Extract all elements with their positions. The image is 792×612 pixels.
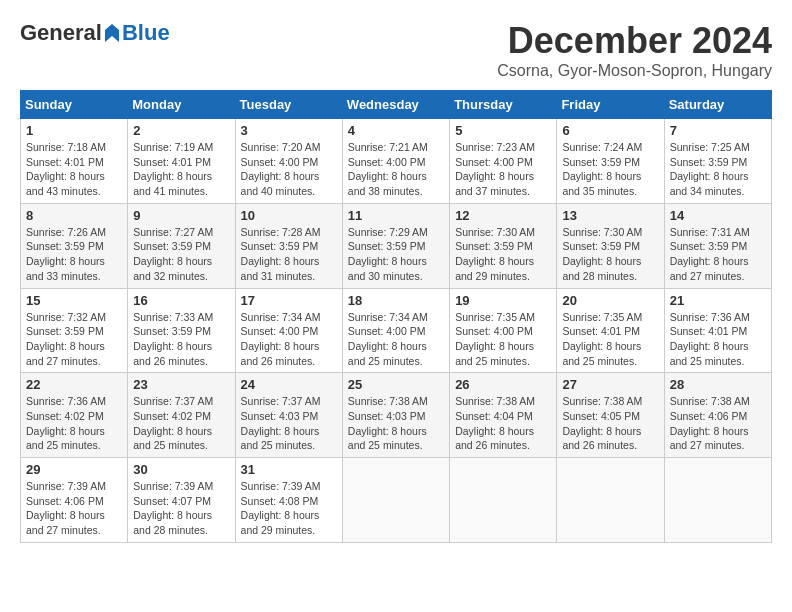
table-row: 5 Sunrise: 7:23 AMSunset: 4:00 PMDayligh… <box>450 119 557 204</box>
day-number: 6 <box>562 123 658 138</box>
calendar-row-3: 15 Sunrise: 7:32 AMSunset: 3:59 PMDaylig… <box>21 288 772 373</box>
day-number: 27 <box>562 377 658 392</box>
svg-marker-0 <box>105 24 119 42</box>
calendar-header-row: Sunday Monday Tuesday Wednesday Thursday… <box>21 91 772 119</box>
day-number: 24 <box>241 377 337 392</box>
table-row: 8 Sunrise: 7:26 AMSunset: 3:59 PMDayligh… <box>21 203 128 288</box>
day-info: Sunrise: 7:36 AMSunset: 4:02 PMDaylight:… <box>26 395 106 451</box>
day-info: Sunrise: 7:39 AMSunset: 4:06 PMDaylight:… <box>26 480 106 536</box>
day-number: 26 <box>455 377 551 392</box>
calendar-row-5: 29 Sunrise: 7:39 AMSunset: 4:06 PMDaylig… <box>21 458 772 543</box>
logo: GeneralBlue <box>20 20 170 46</box>
day-number: 21 <box>670 293 766 308</box>
day-info: Sunrise: 7:32 AMSunset: 3:59 PMDaylight:… <box>26 311 106 367</box>
col-thursday: Thursday <box>450 91 557 119</box>
day-number: 14 <box>670 208 766 223</box>
day-info: Sunrise: 7:20 AMSunset: 4:00 PMDaylight:… <box>241 141 321 197</box>
day-info: Sunrise: 7:35 AMSunset: 4:01 PMDaylight:… <box>562 311 642 367</box>
table-row: 7 Sunrise: 7:25 AMSunset: 3:59 PMDayligh… <box>664 119 771 204</box>
day-info: Sunrise: 7:23 AMSunset: 4:00 PMDaylight:… <box>455 141 535 197</box>
table-row: 21 Sunrise: 7:36 AMSunset: 4:01 PMDaylig… <box>664 288 771 373</box>
calendar-row-1: 1 Sunrise: 7:18 AMSunset: 4:01 PMDayligh… <box>21 119 772 204</box>
calendar-row-4: 22 Sunrise: 7:36 AMSunset: 4:02 PMDaylig… <box>21 373 772 458</box>
table-row: 29 Sunrise: 7:39 AMSunset: 4:06 PMDaylig… <box>21 458 128 543</box>
day-info: Sunrise: 7:39 AMSunset: 4:08 PMDaylight:… <box>241 480 321 536</box>
day-info: Sunrise: 7:29 AMSunset: 3:59 PMDaylight:… <box>348 226 428 282</box>
table-row: 28 Sunrise: 7:38 AMSunset: 4:06 PMDaylig… <box>664 373 771 458</box>
month-title: December 2024 <box>497 20 772 62</box>
table-row: 10 Sunrise: 7:28 AMSunset: 3:59 PMDaylig… <box>235 203 342 288</box>
table-row: 6 Sunrise: 7:24 AMSunset: 3:59 PMDayligh… <box>557 119 664 204</box>
day-number: 17 <box>241 293 337 308</box>
day-number: 30 <box>133 462 229 477</box>
day-info: Sunrise: 7:38 AMSunset: 4:03 PMDaylight:… <box>348 395 428 451</box>
table-row <box>557 458 664 543</box>
logo-icon <box>103 22 121 44</box>
day-number: 5 <box>455 123 551 138</box>
table-row: 13 Sunrise: 7:30 AMSunset: 3:59 PMDaylig… <box>557 203 664 288</box>
table-row: 27 Sunrise: 7:38 AMSunset: 4:05 PMDaylig… <box>557 373 664 458</box>
day-info: Sunrise: 7:30 AMSunset: 3:59 PMDaylight:… <box>562 226 642 282</box>
day-number: 20 <box>562 293 658 308</box>
day-number: 9 <box>133 208 229 223</box>
day-number: 4 <box>348 123 444 138</box>
table-row: 30 Sunrise: 7:39 AMSunset: 4:07 PMDaylig… <box>128 458 235 543</box>
day-info: Sunrise: 7:37 AMSunset: 4:03 PMDaylight:… <box>241 395 321 451</box>
day-number: 3 <box>241 123 337 138</box>
day-info: Sunrise: 7:18 AMSunset: 4:01 PMDaylight:… <box>26 141 106 197</box>
table-row <box>664 458 771 543</box>
day-number: 13 <box>562 208 658 223</box>
table-row: 11 Sunrise: 7:29 AMSunset: 3:59 PMDaylig… <box>342 203 449 288</box>
day-info: Sunrise: 7:24 AMSunset: 3:59 PMDaylight:… <box>562 141 642 197</box>
day-number: 28 <box>670 377 766 392</box>
table-row <box>450 458 557 543</box>
table-row: 31 Sunrise: 7:39 AMSunset: 4:08 PMDaylig… <box>235 458 342 543</box>
title-section: December 2024 Csorna, Gyor-Moson-Sopron,… <box>497 20 772 80</box>
table-row: 16 Sunrise: 7:33 AMSunset: 3:59 PMDaylig… <box>128 288 235 373</box>
day-info: Sunrise: 7:33 AMSunset: 3:59 PMDaylight:… <box>133 311 213 367</box>
day-info: Sunrise: 7:21 AMSunset: 4:00 PMDaylight:… <box>348 141 428 197</box>
location-text: Csorna, Gyor-Moson-Sopron, Hungary <box>497 62 772 80</box>
day-number: 16 <box>133 293 229 308</box>
day-number: 10 <box>241 208 337 223</box>
day-info: Sunrise: 7:28 AMSunset: 3:59 PMDaylight:… <box>241 226 321 282</box>
day-info: Sunrise: 7:34 AMSunset: 4:00 PMDaylight:… <box>241 311 321 367</box>
col-sunday: Sunday <box>21 91 128 119</box>
col-monday: Monday <box>128 91 235 119</box>
day-info: Sunrise: 7:27 AMSunset: 3:59 PMDaylight:… <box>133 226 213 282</box>
col-friday: Friday <box>557 91 664 119</box>
day-info: Sunrise: 7:36 AMSunset: 4:01 PMDaylight:… <box>670 311 750 367</box>
col-tuesday: Tuesday <box>235 91 342 119</box>
day-number: 15 <box>26 293 122 308</box>
col-wednesday: Wednesday <box>342 91 449 119</box>
day-number: 18 <box>348 293 444 308</box>
page-header: GeneralBlue December 2024 Csorna, Gyor-M… <box>20 20 772 80</box>
day-info: Sunrise: 7:26 AMSunset: 3:59 PMDaylight:… <box>26 226 106 282</box>
day-number: 31 <box>241 462 337 477</box>
table-row: 22 Sunrise: 7:36 AMSunset: 4:02 PMDaylig… <box>21 373 128 458</box>
col-saturday: Saturday <box>664 91 771 119</box>
day-info: Sunrise: 7:39 AMSunset: 4:07 PMDaylight:… <box>133 480 213 536</box>
day-number: 2 <box>133 123 229 138</box>
day-number: 25 <box>348 377 444 392</box>
table-row: 15 Sunrise: 7:32 AMSunset: 3:59 PMDaylig… <box>21 288 128 373</box>
logo-blue-text: Blue <box>122 20 170 46</box>
table-row: 3 Sunrise: 7:20 AMSunset: 4:00 PMDayligh… <box>235 119 342 204</box>
day-info: Sunrise: 7:38 AMSunset: 4:05 PMDaylight:… <box>562 395 642 451</box>
table-row: 12 Sunrise: 7:30 AMSunset: 3:59 PMDaylig… <box>450 203 557 288</box>
day-info: Sunrise: 7:25 AMSunset: 3:59 PMDaylight:… <box>670 141 750 197</box>
day-info: Sunrise: 7:38 AMSunset: 4:04 PMDaylight:… <box>455 395 535 451</box>
day-number: 12 <box>455 208 551 223</box>
table-row: 4 Sunrise: 7:21 AMSunset: 4:00 PMDayligh… <box>342 119 449 204</box>
table-row: 18 Sunrise: 7:34 AMSunset: 4:00 PMDaylig… <box>342 288 449 373</box>
day-number: 19 <box>455 293 551 308</box>
day-number: 8 <box>26 208 122 223</box>
table-row: 1 Sunrise: 7:18 AMSunset: 4:01 PMDayligh… <box>21 119 128 204</box>
day-info: Sunrise: 7:31 AMSunset: 3:59 PMDaylight:… <box>670 226 750 282</box>
day-info: Sunrise: 7:30 AMSunset: 3:59 PMDaylight:… <box>455 226 535 282</box>
day-number: 1 <box>26 123 122 138</box>
table-row: 2 Sunrise: 7:19 AMSunset: 4:01 PMDayligh… <box>128 119 235 204</box>
day-number: 11 <box>348 208 444 223</box>
day-info: Sunrise: 7:34 AMSunset: 4:00 PMDaylight:… <box>348 311 428 367</box>
logo-general-text: General <box>20 20 102 46</box>
